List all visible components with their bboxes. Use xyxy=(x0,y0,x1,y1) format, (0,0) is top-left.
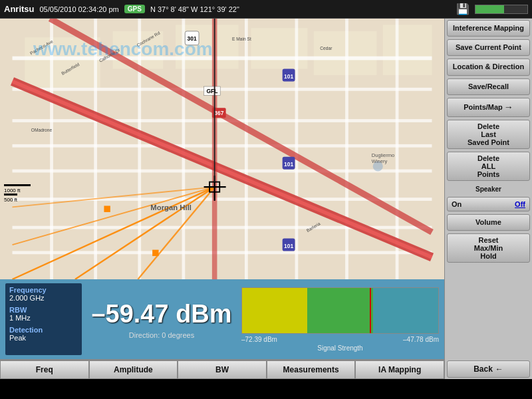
svg-rect-8 xyxy=(13,57,432,61)
svg-rect-7 xyxy=(383,25,432,75)
logo: Anritsu xyxy=(4,4,35,14)
svg-text:101: 101 xyxy=(284,243,293,249)
signal-bar-fill xyxy=(475,5,504,13)
det-label: Detection xyxy=(9,326,78,334)
svg-rect-15 xyxy=(13,251,432,254)
svg-text:367: 367 xyxy=(214,110,223,116)
coordinates: N 37° 8' 48" W 121° 39' 22" xyxy=(150,5,451,13)
btn-points-map[interactable]: Points/Map → xyxy=(447,98,530,117)
rbw-label: RBW xyxy=(9,306,78,314)
signal-bar-yellow xyxy=(242,288,307,333)
speaker-title: Speaker xyxy=(447,184,530,196)
btn-save-recall[interactable]: Save/Recall xyxy=(447,78,530,95)
freq-value: 2.000 GHz xyxy=(9,294,78,302)
speaker-on-label[interactable]: On xyxy=(452,200,462,208)
signal-bars-container xyxy=(241,287,439,334)
svg-rect-20 xyxy=(245,19,248,279)
sig-max-label: –47.78 dBm xyxy=(403,336,439,343)
svg-rect-5 xyxy=(251,28,307,68)
sig-title: Signal Strength xyxy=(241,344,439,352)
svg-rect-21 xyxy=(295,19,299,279)
btn-back[interactable]: Back ← xyxy=(447,360,530,378)
tab-amplitude[interactable]: Amplitude xyxy=(89,360,178,379)
btn-reset-maxmin[interactable]: Reset Max/Min Hold xyxy=(447,233,530,263)
back-arrow-icon: ← xyxy=(495,364,503,374)
btn-location-direction[interactable]: Location & Direction xyxy=(447,59,530,75)
sig-min-label: –72.39 dBm xyxy=(241,336,277,343)
signal-peak-line xyxy=(370,288,371,333)
reset-label: Reset xyxy=(450,236,527,244)
svg-text:Morgan Hill: Morgan Hill xyxy=(150,203,192,211)
det-value: Peak xyxy=(9,334,78,342)
back-label: Back xyxy=(473,364,493,374)
svg-text:Dugliermo: Dugliermo xyxy=(372,152,394,158)
info-panel: Frequency 2.000 GHz RBW 1 MHz Detection … xyxy=(0,279,444,359)
signal-bar-teal xyxy=(373,288,438,333)
dbm-value: –59.47 dBm xyxy=(91,300,231,329)
rbw-value: 1 MHz xyxy=(9,314,78,322)
speaker-control[interactable]: On Off xyxy=(447,197,530,211)
scale-line-500 xyxy=(4,194,17,196)
map-svg: 101 101 101 301 367 Morgan Hill GFL xyxy=(0,19,444,279)
btn-interference-mapping[interactable]: Inteference Mapping xyxy=(447,20,530,37)
all-label: ALL xyxy=(450,162,527,170)
header: Anritsu 05/05/2010 02:34:20 pm GPS N 37°… xyxy=(0,0,532,19)
signal-bar xyxy=(475,5,528,14)
delete-all-label: Delete xyxy=(450,154,527,162)
svg-text:101: 101 xyxy=(284,73,293,80)
freq-info: Frequency 2.000 GHz RBW 1 MHz Detection … xyxy=(5,283,82,355)
bottom-tabs: Freq Amplitude BW Measurements IA Mappin… xyxy=(0,359,444,379)
freq-label: Frequency xyxy=(9,286,78,294)
scale-label-1000: 1000 ft xyxy=(4,188,20,194)
btn-delete-last[interactable]: Delete Last Saved Point xyxy=(447,120,530,149)
svg-rect-9 xyxy=(13,88,432,91)
gps-badge: GPS xyxy=(124,5,145,13)
map-container[interactable]: 101 101 101 301 367 Morgan Hill GFL xyxy=(0,19,444,279)
svg-rect-18 xyxy=(138,19,141,279)
svg-rect-2 xyxy=(25,37,100,88)
points-map-label: Points/Map xyxy=(464,103,503,112)
sig-labels: –72.39 dBm –47.78 dBm xyxy=(241,336,439,343)
scale-line-1000 xyxy=(4,184,31,186)
btn-delete-all[interactable]: Delete ALL Points xyxy=(447,152,530,181)
btn-volume[interactable]: Volume xyxy=(447,214,530,231)
tab-measurements[interactable]: Measurements xyxy=(267,360,356,379)
scale-bar: 1000 ft 500 ft xyxy=(4,184,31,203)
hold-label: Hold xyxy=(450,252,527,260)
svg-rect-11 xyxy=(13,144,432,148)
speaker-off-label[interactable]: Off xyxy=(515,200,525,208)
points-label: Points xyxy=(450,170,527,178)
svg-text:Cedar: Cedar xyxy=(320,46,332,51)
last-label: Last xyxy=(450,130,527,138)
svg-rect-22 xyxy=(345,19,348,279)
maxmin-label: Max/Min xyxy=(450,244,527,252)
arrow-right-icon: → xyxy=(504,102,513,113)
tab-bw[interactable]: BW xyxy=(178,360,267,379)
floppy-icon: 💾 xyxy=(456,3,469,15)
svg-text:301: 301 xyxy=(188,35,197,42)
svg-rect-10 xyxy=(13,119,432,122)
btn-save-current-point[interactable]: Save Current Point xyxy=(447,39,530,56)
direction-text: Direction: 0 degrees xyxy=(129,331,194,339)
scale-label-500: 500 ft xyxy=(4,197,17,203)
main-area: 101 101 101 301 367 Morgan Hill GFL xyxy=(0,19,532,379)
measurement-display: –59.47 dBm Direction: 0 degrees xyxy=(88,283,235,355)
svg-text:101: 101 xyxy=(284,161,293,168)
svg-text:E Main St: E Main St xyxy=(232,37,251,41)
svg-rect-16 xyxy=(50,19,53,279)
signal-bar-green xyxy=(307,288,372,333)
saved-point-label: Saved Point xyxy=(450,138,527,146)
svg-rect-33 xyxy=(152,250,158,256)
svg-text:Winery: Winery xyxy=(372,158,388,164)
tab-ia-mapping[interactable]: IA Mapping xyxy=(355,360,444,379)
tab-freq[interactable]: Freq xyxy=(0,360,89,379)
datetime: 05/05/2010 02:34:20 pm xyxy=(40,5,119,13)
delete-label: Delete xyxy=(450,122,527,130)
signal-strength-display: –72.39 dBm –47.78 dBm Signal Strength xyxy=(241,283,439,355)
svg-text:GFL: GFL xyxy=(206,88,217,94)
svg-rect-36 xyxy=(104,205,110,211)
svg-text:OMadrone: OMadrone xyxy=(31,128,53,132)
right-sidebar: Inteference Mapping Save Current Point L… xyxy=(444,19,532,379)
left-panel: 101 101 101 301 367 Morgan Hill GFL xyxy=(0,19,444,379)
